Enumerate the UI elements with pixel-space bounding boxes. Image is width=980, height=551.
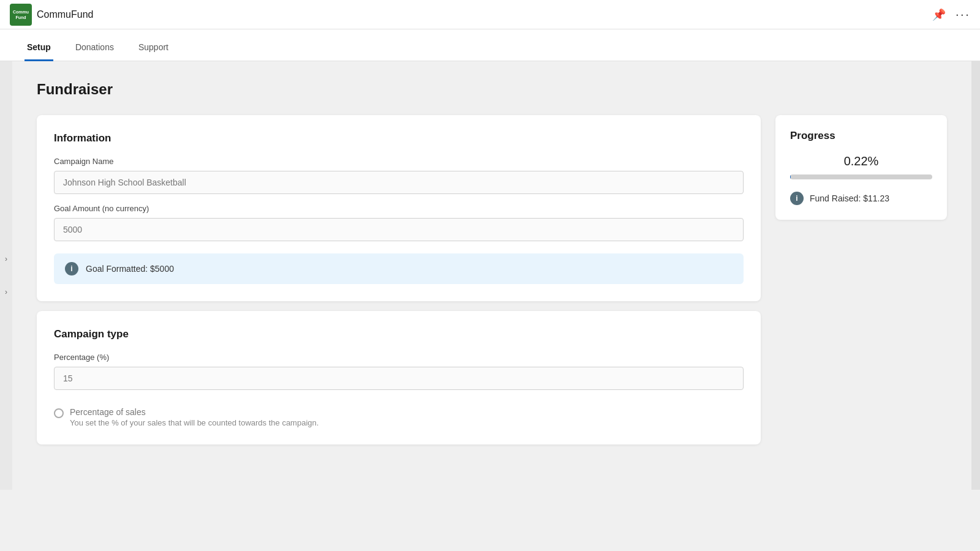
campaign-name-label: Campaign Name xyxy=(54,157,744,166)
logo-line1: Commu xyxy=(13,10,29,14)
percentage-label: Percentage (%) xyxy=(54,353,744,362)
right-scrollbar[interactable] xyxy=(971,61,980,490)
left-sidebar: › › xyxy=(0,61,12,490)
topbar-left: Commu Fund CommuFund xyxy=(10,4,93,26)
percentage-input[interactable] xyxy=(54,367,744,390)
more-options-icon[interactable]: ··· xyxy=(956,7,970,23)
progress-bar-fill xyxy=(790,174,791,179)
topbar-right: 📌 ··· xyxy=(932,7,970,23)
goal-info-icon: i xyxy=(65,262,78,276)
campaign-type-title: Campaign type xyxy=(54,328,744,340)
app-logo: Commu Fund xyxy=(10,4,32,26)
progress-percent: 0.22% xyxy=(790,154,932,168)
information-card: Information Campaign Name Goal Amount (n… xyxy=(37,115,761,301)
goal-amount-label: Goal Amount (no currency) xyxy=(54,204,744,213)
information-card-title: Information xyxy=(54,132,744,144)
campaign-type-card: Campaign type Percentage (%) Percentage … xyxy=(37,311,761,444)
percentage-of-sales-label: Percentage of sales xyxy=(70,407,318,417)
app-title: CommuFund xyxy=(37,9,93,20)
progress-card-title: Progress xyxy=(790,130,932,142)
right-column: Progress 0.22% i Fund Raised: $11.23 xyxy=(775,115,947,220)
pin-icon[interactable]: 📌 xyxy=(932,8,946,21)
topbar: Commu Fund CommuFund 📌 ··· xyxy=(0,0,980,29)
percentage-of-sales-radio-row: Percentage of sales You set the % of you… xyxy=(54,407,744,427)
campaign-name-input[interactable] xyxy=(54,171,744,194)
left-column: Information Campaign Name Goal Amount (n… xyxy=(37,115,761,444)
tab-donations[interactable]: Donations xyxy=(73,35,116,61)
goal-formatted-banner: i Goal Formatted: $5000 xyxy=(54,253,744,284)
sidebar-expand-bottom-icon[interactable]: › xyxy=(5,288,7,296)
page-title: Fundraiser xyxy=(37,81,947,98)
progress-bar-background xyxy=(790,174,932,179)
tab-setup[interactable]: Setup xyxy=(24,35,53,61)
sidebar-expand-top-icon[interactable]: › xyxy=(5,255,7,263)
main-content: Fundraiser Information Campaign Name Goa… xyxy=(12,61,971,551)
percentage-of-sales-desc: You set the % of your sales that will be… xyxy=(70,418,318,427)
goal-formatted-text: Goal Formatted: $5000 xyxy=(86,264,174,274)
nav-tabs: Setup Donations Support xyxy=(0,29,980,61)
logo-line2: Fund xyxy=(15,15,26,20)
content-grid: Information Campaign Name Goal Amount (n… xyxy=(37,115,947,444)
progress-card: Progress 0.22% i Fund Raised: $11.23 xyxy=(775,115,947,220)
fund-raised-text: Fund Raised: $11.23 xyxy=(810,193,889,203)
goal-amount-input[interactable] xyxy=(54,218,744,241)
percentage-of-sales-radio[interactable] xyxy=(54,408,64,418)
tab-support[interactable]: Support xyxy=(136,35,171,61)
fund-raised-row: i Fund Raised: $11.23 xyxy=(790,192,932,205)
fund-raised-info-icon: i xyxy=(790,192,804,205)
percentage-of-sales-label-group: Percentage of sales You set the % of you… xyxy=(70,407,318,427)
